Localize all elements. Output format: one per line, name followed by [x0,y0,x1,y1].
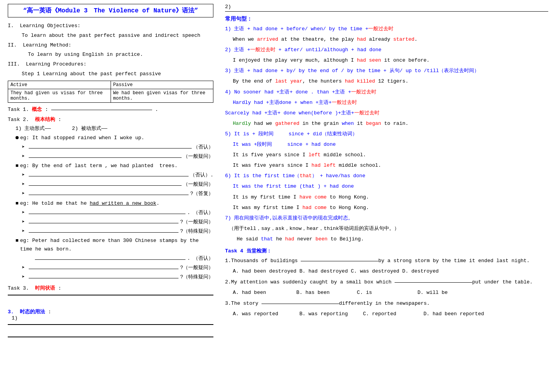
section3-num1: 1) [12,315,213,321]
task2-ans2: ➤ ?（答复） [22,190,213,198]
section3-blank2 [8,337,213,337]
task3-title: Task 3. 时间状语 : [8,285,213,292]
quiz-item-3: 3.The story differently in the newspaper… [225,299,548,308]
task2-gen1: ➤ （一般疑问） [22,152,213,161]
pattern-7: 7) 用在间接引语中,以表示直接引语中的现在完成时态。 [225,214,548,223]
page-title: “高一英语《Module 3 The Violence of Nature》语法… [8,4,213,17]
pattern-7-note: （用于tell，say，ask，know，hear，think等动词后的宾语从句… [229,224,548,233]
right-top-blank [225,11,548,12]
task3-blank-line [8,295,213,295]
pattern-5b: It was +段时间 since + had done [225,140,548,149]
right-top-number: 2) [225,4,548,10]
pattern-4-example: Hardly had we gathered in the grain when… [233,119,548,128]
pattern-6-example2: It was my first time I had come to Hong … [233,204,548,212]
section-III-text: Learning Procedures: [26,61,87,67]
quiz-item-2: 2.My attention was suddenly caught by a … [225,278,548,287]
passive-voice-table: Active Passive They had given us visas f… [8,81,213,103]
pattern-4b: Hardly had +主语done + when +主语+一般过去时 [225,98,548,107]
task2-gen3: ➤ ?（一般疑问） [22,218,213,226]
pattern-5-example1: It is five years since I left middle sch… [233,151,548,159]
pattern-1-example: When we arrived at the theatre, the play… [233,35,548,44]
task4-title: Task 4 当堂检测： [225,247,548,254]
pattern-5a: 5) It is + 段时间 since + did（结束性动词） [225,130,548,138]
pattern-2: 2) 主语 +一般过去时 + after/ until/although + h… [225,46,548,54]
section3-colon: : [48,309,51,315]
pattern-5-example2: It was five years since I had left middl… [233,161,548,170]
task2-bullet2: eg: By the end of last term , we had pla… [16,162,213,170]
quiz-options-1: A. had been destroyed B. had destroyed C… [233,267,548,276]
pattern-1: 1) 主语 + had done + before/ when/ by the … [225,25,548,33]
section-I-sub1: To learn about the past perfect passive … [22,32,213,40]
section-I-label: I. [8,23,14,29]
task2-neg4: . （否认） [22,254,213,263]
section3-blue-text: 时态的用法 [20,309,45,315]
table-header-active: Active [8,81,111,89]
task2-neg1: ➤ （否认） [22,143,213,152]
pattern-3-example: By the end of last year, the hunters had… [233,77,548,86]
task2-gen2: ➤ （一般疑问） [22,180,213,189]
section-III: III. Learning Procedures: [8,60,213,69]
pattern-4c: Scarcely had +主语+ done when(before )+主语+… [225,109,548,117]
pattern-7-example: He said that he had never been to Beijin… [237,235,548,243]
task2-bullet4: eg: Peter had collected more than 300 Ch… [16,237,213,254]
pattern-4a: 4) No sooner had +主语+ done . than +主语 +一… [225,88,548,97]
table-cell-active: They had given us visas for three months… [8,89,111,102]
section-I: I. Learning Objectives: [8,22,213,30]
task2-bullet1: eg: It had stopped rained when I woke up… [16,134,213,142]
pattern-6b: It was the first time (that ) + had done [225,182,548,191]
quiz-item-1: 1.Thousands of buildings by a strong sto… [225,256,548,265]
task1-title: Task 1. 概念 : . [8,106,213,113]
pattern-2-example: I enjoyed the play very much, although I… [233,56,548,65]
task2-gen4: ➤ ?（一般疑问） [22,264,213,272]
quiz-options-3: A. was reported B. was reporting C. repo… [233,309,548,318]
table-header-passive: Passive [111,81,213,89]
section-I-text: Learning Objectives: [20,23,80,29]
section-II-sub: To learn by using English in practice. [28,51,213,59]
section3-number: 3. [8,309,14,315]
task2-bullet3: eg: He told me that he had written a new… [16,199,213,208]
task2-neg2: ➤ （否认）. [22,171,213,180]
task2-title: Task 2. 根本结构 : [8,116,213,123]
section-II-label: II. [8,42,17,48]
section-II: II. Learning Method: [8,41,213,50]
common-patterns-title: 常用句型： [225,16,548,22]
task2-sp4: ➤ ?（特殊疑问） [22,273,213,281]
pattern-6a: 6) It is the first time（that） + have/has… [225,172,548,180]
section-III-label: III. [8,61,20,67]
pattern-3: 3) 主语 + had done + by/ by the end of / b… [225,67,548,75]
section-II-text: Learning Method: [23,42,71,48]
section3-blank1 [8,324,213,325]
table-cell-passive: We had been given visas for three months… [111,89,213,102]
task2-structure: 1) 主动形式—— 2) 被动形式—— [16,124,213,133]
task2-sp3: ➤ ?（特殊疑问） [22,227,213,236]
quiz-options-2: A. had been B. has been C. is D. will be [233,288,548,297]
step1: Step 1 Learning about the past perfect p… [22,70,213,78]
task2-neg3: ➤ . （否认） [22,209,213,217]
pattern-6-example1: It is my first time I have come to Hong … [233,193,548,202]
